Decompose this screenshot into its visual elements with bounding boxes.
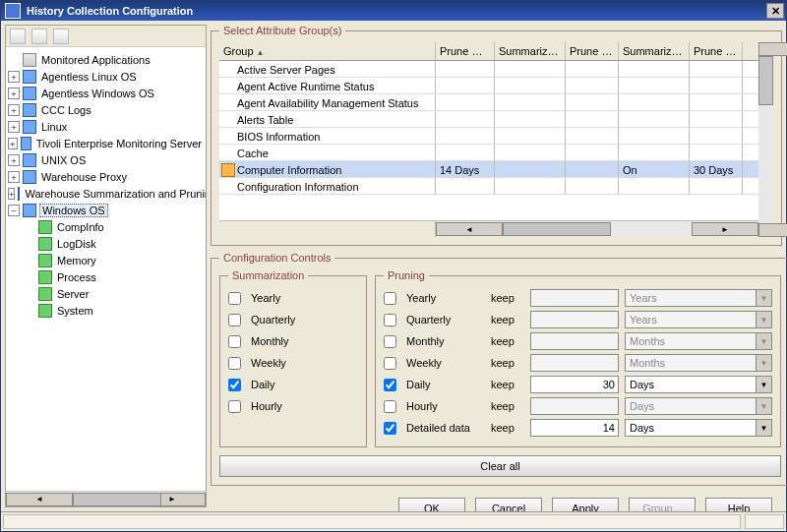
tree-item-server[interactable]: Server bbox=[55, 288, 91, 300]
expander-icon[interactable]: + bbox=[8, 71, 20, 83]
scroll-left-icon[interactable]: ◄ bbox=[6, 493, 73, 506]
cell-group[interactable]: Agent Availability Management Status bbox=[219, 94, 436, 110]
grid-vscroll-thumb[interactable] bbox=[758, 56, 773, 105]
grid-scroll-right-icon[interactable]: ► bbox=[692, 222, 758, 236]
prun-detailed-data-unit-combo[interactable]: Days▼ bbox=[625, 419, 772, 437]
folder-icon bbox=[23, 103, 36, 117]
keep-label: keep bbox=[491, 422, 524, 434]
summ-hourly-checkbox[interactable] bbox=[228, 400, 241, 413]
grid-hscroll[interactable]: ◄ ► bbox=[219, 221, 758, 237]
summ-monthly-checkbox[interactable] bbox=[228, 335, 241, 348]
col-group[interactable]: Group▲ bbox=[219, 42, 436, 60]
cell-prune-detailed bbox=[436, 128, 495, 144]
cell-group[interactable]: Active Server Pages bbox=[219, 61, 436, 77]
grid-body[interactable]: Active Server PagesAgent Active Runtime … bbox=[219, 61, 758, 221]
prun-detailed-data-checkbox[interactable] bbox=[384, 422, 396, 435]
col-prune-detailed[interactable]: Prune Detailed bbox=[436, 42, 495, 60]
folder-icon bbox=[18, 187, 20, 201]
prun-daily-unit-combo[interactable]: Days▼ bbox=[625, 376, 772, 393]
cell-group[interactable]: Cache bbox=[219, 145, 436, 160]
grid: Group▲ Prune Detailed Summarize Hourly P… bbox=[219, 42, 773, 237]
expander-icon[interactable]: + bbox=[8, 104, 20, 116]
tree-item-compinfo[interactable]: CompInfo bbox=[55, 221, 106, 233]
scroll-thumb[interactable] bbox=[73, 493, 161, 506]
prun-daily-checkbox[interactable] bbox=[384, 379, 396, 391]
expander-icon[interactable]: + bbox=[8, 88, 20, 99]
tree-item-memory[interactable]: Memory bbox=[55, 255, 98, 266]
close-button[interactable]: ✕ bbox=[766, 3, 784, 19]
scroll-track[interactable] bbox=[73, 493, 139, 506]
table-row[interactable]: Agent Availability Management Status bbox=[219, 94, 758, 111]
cell-group[interactable]: Computer Information bbox=[219, 161, 436, 177]
keep-label: keep bbox=[491, 292, 524, 304]
cell-group[interactable]: BIOS Information bbox=[219, 128, 436, 144]
prun-quarterly-checkbox[interactable] bbox=[384, 314, 396, 326]
expander-icon[interactable]: + bbox=[8, 171, 20, 183]
book-icon[interactable] bbox=[10, 29, 26, 44]
expander-icon[interactable]: − bbox=[8, 205, 20, 216]
summ-weekly-checkbox[interactable] bbox=[228, 357, 241, 370]
cell-group[interactable]: Alerts Table bbox=[219, 111, 436, 127]
groups-fieldset: Select Attribute Group(s) Group▲ Prune D… bbox=[211, 25, 782, 246]
table-row[interactable]: Alerts Table bbox=[219, 111, 758, 128]
grid-scroll-left-icon[interactable]: ◄ bbox=[436, 222, 503, 236]
col-prune-daily[interactable]: Prune Daily bbox=[690, 42, 743, 60]
tree-item-tivoli-enterprise-monitoring-server[interactable]: Tivoli Enterprise Monitoring Server bbox=[34, 138, 204, 149]
cell-prune-daily bbox=[690, 94, 743, 110]
cell-group[interactable]: Agent Active Runtime Status bbox=[219, 78, 436, 93]
tree-view[interactable]: Monitored Applications+Agentless Linux O… bbox=[6, 47, 206, 491]
tree-item-logdisk[interactable]: LogDisk bbox=[55, 238, 98, 250]
prun-hourly-checkbox[interactable] bbox=[384, 400, 396, 413]
tree-item-process[interactable]: Process bbox=[55, 271, 98, 283]
pruning-legend: Pruning bbox=[384, 269, 429, 281]
table-row[interactable]: Configuration Information bbox=[219, 178, 758, 195]
dropdown-icon[interactable]: ▼ bbox=[756, 420, 771, 436]
table-row[interactable]: Cache bbox=[219, 145, 758, 161]
folder-icon bbox=[23, 170, 36, 184]
summ-yearly-checkbox[interactable] bbox=[228, 292, 241, 305]
clear-all-button[interactable]: Clear all bbox=[219, 455, 781, 477]
grid-scroll-track[interactable] bbox=[503, 222, 692, 236]
table-row[interactable]: Active Server Pages bbox=[219, 61, 758, 78]
expander-icon[interactable]: + bbox=[8, 121, 20, 133]
prun-detailed-data-value[interactable] bbox=[530, 419, 619, 437]
prun-weekly-checkbox[interactable] bbox=[384, 357, 396, 370]
tree-item-system[interactable]: System bbox=[55, 305, 95, 317]
expander-icon[interactable]: + bbox=[8, 138, 18, 149]
tree-item-warehouse-summarization-and-pruning-agent[interactable]: Warehouse Summarization and Pruning Agen… bbox=[23, 188, 206, 200]
table-row[interactable]: Agent Active Runtime Status bbox=[219, 78, 758, 94]
col-summarize-hourly[interactable]: Summarize Hourly bbox=[495, 42, 566, 60]
tree-item-unix-os[interactable]: UNIX OS bbox=[39, 154, 88, 166]
col-summarize-daily[interactable]: Summarize Daily bbox=[619, 42, 690, 60]
save-icon[interactable] bbox=[53, 29, 69, 44]
tree-root[interactable]: Monitored Applications bbox=[39, 54, 152, 66]
tree-item-linux[interactable]: Linux bbox=[39, 121, 69, 133]
cell-summarize-daily bbox=[619, 94, 690, 110]
summ-daily-checkbox[interactable] bbox=[228, 379, 241, 391]
col-prune-hourly[interactable]: Prune Hourly bbox=[566, 42, 619, 60]
prun-detailed-data-label: Detailed data bbox=[406, 422, 485, 434]
tree-item-agentless-linux-os[interactable]: Agentless Linux OS bbox=[39, 71, 139, 83]
prun-monthly-unit-combo: Months▼ bbox=[625, 332, 772, 350]
summ-quarterly-checkbox[interactable] bbox=[228, 314, 241, 326]
tree-item-ccc-logs[interactable]: CCC Logs bbox=[39, 104, 93, 116]
prun-daily-value[interactable] bbox=[530, 376, 619, 393]
grid-vscroll[interactable]: ▲ ▼ bbox=[758, 42, 773, 237]
table-row[interactable]: BIOS Information bbox=[219, 128, 758, 145]
tree-item-warehouse-proxy[interactable]: Warehouse Proxy bbox=[39, 171, 129, 183]
tree-item-windows-os[interactable]: Windows OS bbox=[39, 204, 108, 217]
dropdown-icon[interactable]: ▼ bbox=[756, 377, 771, 392]
expander-icon[interactable]: + bbox=[8, 188, 15, 200]
grid-scroll-down-icon[interactable]: ▼ bbox=[758, 223, 787, 237]
cell-summarize-hourly bbox=[495, 161, 566, 177]
cell-group[interactable]: Configuration Information bbox=[219, 178, 436, 194]
refresh-icon[interactable] bbox=[31, 29, 47, 44]
prun-yearly-checkbox[interactable] bbox=[384, 292, 396, 305]
expander-icon[interactable]: + bbox=[8, 154, 20, 166]
prun-monthly-checkbox[interactable] bbox=[384, 335, 396, 348]
tree-hscroll[interactable]: ◄ ► bbox=[6, 491, 206, 506]
tree-item-agentless-windows-os[interactable]: Agentless Windows OS bbox=[39, 88, 156, 99]
table-row[interactable]: Computer Information14 DaysOn30 Days bbox=[219, 161, 758, 178]
grid-scroll-thumb[interactable] bbox=[503, 222, 611, 236]
grid-scroll-up-icon[interactable]: ▲ bbox=[758, 42, 787, 56]
